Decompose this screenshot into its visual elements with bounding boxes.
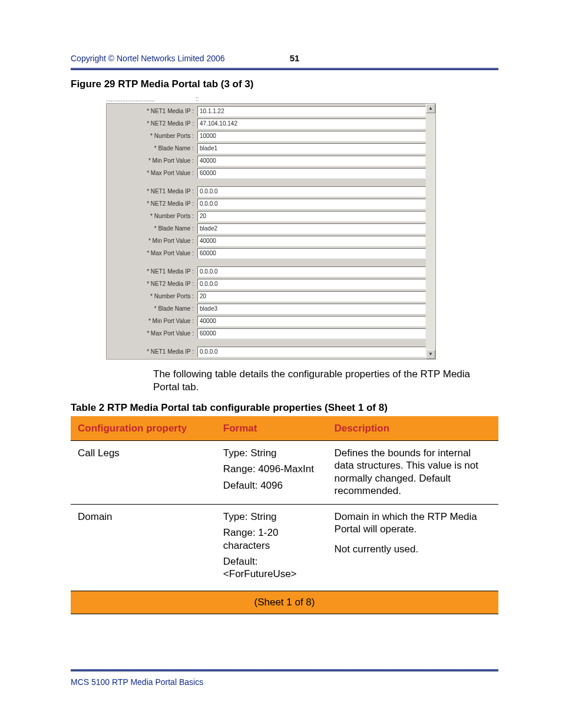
footer-text: MCS 5100 RTP Media Portal Basics	[71, 677, 498, 687]
field-row: * Number Ports :20	[113, 290, 426, 302]
format-default: Default: 4096	[223, 479, 320, 492]
group-gap	[113, 340, 426, 345]
input-min[interactable]: 40000	[197, 316, 426, 327]
field-row: * Number Ports :20	[113, 210, 426, 222]
field-row: * NET1 Media IP :0.0.0.0	[113, 345, 426, 358]
field-row: * Blade Name :blade1	[113, 142, 426, 154]
column-header-format: Format	[216, 417, 328, 441]
table-row: Domain Type: String Range: 1-20 characte…	[71, 505, 498, 591]
label-net1: * NET1 Media IP :	[113, 108, 197, 114]
field-row: * NET2 Media IP :0.0.0.0	[113, 278, 426, 290]
label-blade: * Blade Name :	[113, 225, 197, 232]
field-row: * Min Port Value :40000	[113, 235, 426, 247]
scroll-up-icon[interactable]: ▲	[426, 104, 435, 113]
field-row: * Max Port Value :60000	[113, 167, 426, 179]
field-row: * NET2 Media IP :0.0.0.0	[113, 197, 426, 210]
page-header: Copyright © Nortel Networks Limited 2006…	[71, 53, 498, 63]
intro-text: The following table details the configur…	[153, 368, 498, 394]
page-footer: MCS 5100 RTP Media Portal Basics	[71, 669, 498, 687]
table-sheet-row: (Sheet 1 of 8)	[71, 591, 498, 614]
cell-description: Defines the bounds for internal data str…	[328, 441, 498, 505]
input-net2[interactable]: 0.0.0.0	[197, 279, 426, 289]
input-blade[interactable]: blade3	[197, 304, 426, 314]
cell-property: Call Legs	[71, 441, 216, 505]
field-row: * NET2 Media IP :47.104.10.142	[113, 117, 426, 130]
format-default: Default: <ForFutureUse>	[223, 555, 320, 581]
label-max: * Max Port Value :	[113, 170, 197, 176]
input-max[interactable]: 60000	[197, 168, 426, 179]
cell-format: Type: String Range: 1-20 characters Defa…	[216, 505, 328, 591]
table-caption: Table 2 RTP Media Portal tab configurabl…	[71, 402, 498, 414]
label-ports: * Number Ports :	[113, 293, 197, 299]
input-net2[interactable]: 0.0.0.0	[197, 199, 426, 209]
label-net2: * NET2 Media IP :	[113, 200, 197, 207]
column-header-property: Configuration property	[71, 417, 216, 441]
field-row: * NET1 Media IP :0.0.0.0	[113, 185, 426, 197]
field-row: * Blade Name :blade3	[113, 302, 426, 315]
field-row: * Max Port Value :60000	[113, 327, 426, 340]
cell-property: Domain	[71, 505, 216, 591]
label-net1: * NET1 Media IP :	[113, 348, 197, 355]
field-row: * Blade Name :blade2	[113, 222, 426, 235]
sheet-indicator: (Sheet 1 of 8)	[71, 591, 498, 614]
input-min[interactable]: 40000	[197, 156, 426, 166]
label-min: * Min Port Value :	[113, 238, 197, 244]
scroll-down-icon[interactable]: ▼	[426, 350, 435, 359]
label-net1: * NET1 Media IP :	[113, 268, 197, 275]
footer-rule	[71, 669, 498, 671]
copyright-text: Copyright © Nortel Networks Limited 2006	[71, 54, 225, 63]
rtp-config-panel: * NET1 Media IP :10.1.1.22 * NET2 Media …	[106, 103, 436, 360]
input-ports[interactable]: 20	[197, 291, 426, 302]
format-range: Range: 1-20 characters	[223, 526, 320, 552]
label-ports: * Number Ports :	[113, 213, 197, 219]
field-row: * Min Port Value :40000	[113, 315, 426, 327]
column-header-description: Description	[328, 417, 498, 441]
label-min: * Min Port Value :	[113, 318, 197, 324]
screenshot-wrap: .............................. :: * NET1…	[106, 96, 436, 360]
table-header-row: Configuration property Format Descriptio…	[71, 417, 498, 441]
input-net1[interactable]: 0.0.0.0	[197, 266, 426, 277]
label-min: * Min Port Value :	[113, 157, 197, 164]
scrollbar[interactable]: ▲ ▼	[426, 104, 435, 359]
window-tear-top: ..............................	[106, 96, 196, 103]
group-gap	[113, 179, 426, 185]
label-ports: * Number Ports :	[113, 133, 197, 139]
format-type: Type: String	[223, 510, 320, 523]
format-range: Range: 4096-MaxInt	[223, 463, 320, 475]
drag-handle-icon: ::	[196, 96, 200, 103]
field-row: * NET1 Media IP :10.1.1.22	[113, 105, 426, 117]
format-type: Type: String	[223, 447, 320, 459]
input-net1[interactable]: 0.0.0.0	[197, 347, 426, 357]
group-gap	[113, 259, 426, 265]
field-row: * Max Port Value :60000	[113, 247, 426, 259]
field-row: * NET1 Media IP :0.0.0.0	[113, 265, 426, 278]
input-ports[interactable]: 20	[197, 211, 426, 222]
field-row: * Min Port Value :40000	[113, 154, 426, 167]
desc-line2: Not currently used.	[335, 543, 491, 555]
label-blade: * Blade Name :	[113, 305, 197, 312]
label-max: * Max Port Value :	[113, 250, 197, 256]
input-blade[interactable]: blade2	[197, 223, 426, 234]
field-row: * Number Ports :10000	[113, 130, 426, 142]
figure-caption: Figure 29 RTP Media Portal tab (3 of 3)	[71, 78, 498, 90]
input-min[interactable]: 40000	[197, 236, 426, 246]
table-row: Call Legs Type: String Range: 4096-MaxIn…	[71, 441, 498, 505]
label-net2: * NET2 Media IP :	[113, 281, 197, 287]
input-net2[interactable]: 47.104.10.142	[197, 118, 426, 129]
input-net1[interactable]: 10.1.1.22	[197, 106, 426, 117]
label-blade: * Blade Name :	[113, 145, 197, 151]
properties-table: Configuration property Format Descriptio…	[71, 416, 498, 614]
input-blade[interactable]: blade1	[197, 143, 426, 154]
page-number: 51	[290, 53, 300, 63]
input-max[interactable]: 60000	[197, 328, 426, 339]
input-max[interactable]: 60000	[197, 248, 426, 259]
cell-description: Domain in which the RTP Media Portal wil…	[328, 505, 498, 591]
label-max: * Max Port Value :	[113, 330, 197, 337]
cell-format: Type: String Range: 4096-MaxInt Default:…	[216, 441, 328, 505]
label-net2: * NET2 Media IP :	[113, 120, 197, 127]
input-ports[interactable]: 10000	[197, 131, 426, 141]
label-net1: * NET1 Media IP :	[113, 188, 197, 195]
page: Copyright © Nortel Networks Limited 2006…	[0, 0, 562, 728]
header-rule	[71, 68, 498, 70]
input-net1[interactable]: 0.0.0.0	[197, 186, 426, 197]
